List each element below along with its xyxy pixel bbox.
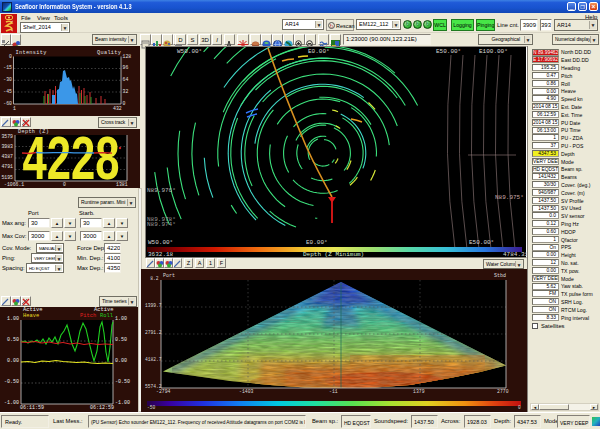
svg-text:4228: 4228 [23, 129, 120, 188]
